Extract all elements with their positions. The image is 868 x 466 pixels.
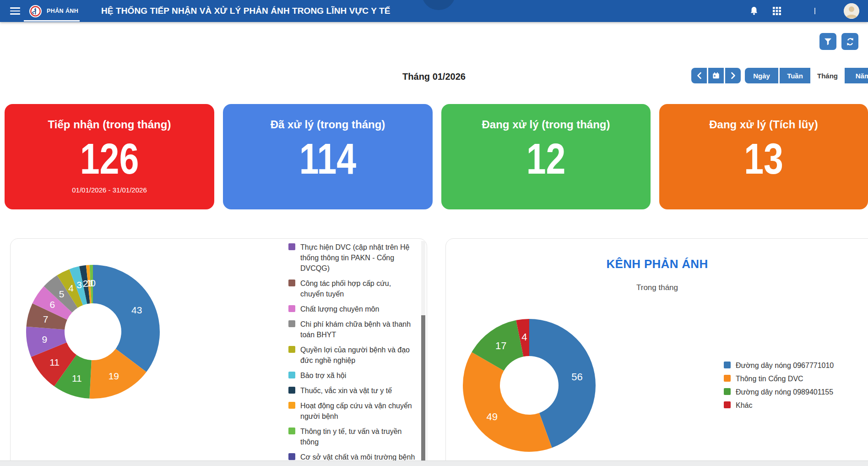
legend-item[interactable]: Thông tin Cổng DVC: [724, 373, 861, 384]
legend-item[interactable]: Chất lượng chuyên môn: [288, 304, 416, 314]
prev-period-button[interactable]: [691, 68, 707, 83]
slice-label: 49: [487, 411, 498, 422]
legend-item[interactable]: Thực hiện DVC (cập nhật trên Hệ thống th…: [288, 242, 416, 274]
chart-subtitle: Trong tháng: [446, 283, 868, 292]
legend-label: Chất lượng chuyên môn: [300, 304, 379, 314]
apps-grid-button[interactable]: [770, 4, 784, 18]
legend-label: Thực hiện DVC (cập nhật trên Hệ thống th…: [300, 242, 416, 274]
legend-swatch: [288, 243, 295, 250]
legend-label: Quyền lợi của người bệnh và đạo đức nghề…: [300, 345, 416, 366]
active-tab-underline: [24, 20, 80, 22]
legend-label: Thuốc, vắc xin và vật tư y tế: [300, 385, 392, 396]
legend-swatch: [288, 346, 295, 353]
legend-swatch: [288, 453, 295, 460]
apps-grid-icon: [772, 6, 782, 16]
legend-swatch: [724, 375, 731, 382]
slice-label: 7: [43, 314, 49, 324]
legend-swatch: [288, 305, 295, 312]
legend-label: Hoạt động cấp cứu và vận chuyển người bệ…: [300, 400, 416, 422]
next-period-button[interactable]: [725, 68, 741, 83]
channel-legend: Đường dây nóng 0967771010Thông tin Cổng …: [724, 360, 861, 413]
user-avatar[interactable]: [844, 3, 859, 19]
stat-card-processed: Đã xử lý (trong tháng) 114: [223, 104, 433, 209]
slice-label: 17: [495, 340, 506, 351]
menu-icon: [10, 7, 20, 9]
stat-card-inprogress-month: Đang xử lý (trong tháng) 12: [441, 104, 651, 209]
stat-card-subtitle: 01/01/2026 - 31/01/2026: [5, 186, 214, 194]
slice-label: 4: [68, 283, 74, 293]
menu-button[interactable]: [10, 5, 23, 17]
legend-label: Công tác phối hợp cấp cứu, chuyển tuyến: [300, 278, 416, 299]
slice-label: 5: [59, 289, 65, 299]
notifications-button[interactable]: [747, 4, 761, 18]
donut-slice[interactable]: [93, 265, 160, 372]
calendar-button[interactable]: [708, 68, 724, 83]
legend-swatch: [288, 372, 295, 378]
legend-item[interactable]: Khác: [724, 400, 861, 411]
legend-item[interactable]: Công tác phối hợp cấp cứu, chuyển tuyến: [288, 278, 416, 299]
stat-card-title: Đang xử lý (Tích lũy): [659, 118, 868, 131]
legend-item[interactable]: Đường dây nóng 0989401155: [724, 387, 861, 397]
chart-title: KÊNH PHẢN ÁNH: [446, 257, 868, 271]
refresh-button[interactable]: [841, 33, 858, 50]
legend-label: Chi phí khám chữa bệnh và thanh toán BHY…: [300, 319, 416, 340]
legend-item[interactable]: Quyền lợi của người bệnh và đạo đức nghề…: [288, 345, 416, 366]
slice-label: 11: [72, 373, 82, 384]
slice-label: 56: [571, 371, 582, 383]
app-logo-icon: [29, 5, 42, 17]
slice-label: 6: [49, 299, 55, 310]
legend-item[interactable]: Cơ sở vật chất và môi trường bệnh viện: [288, 452, 416, 461]
filter-button[interactable]: [819, 33, 836, 50]
legend-scrollbar-thumb[interactable]: [421, 315, 425, 461]
brand-label: PHẢN ÁNH: [47, 8, 78, 14]
legend-item[interactable]: Hoạt động cấp cứu và vận chuyển người bệ…: [288, 400, 416, 422]
stat-card-title: Tiếp nhận (trong tháng): [5, 118, 214, 131]
view-week-button[interactable]: Tuần: [780, 68, 810, 83]
slice-label: 0: [90, 278, 96, 288]
chevron-right-icon: [730, 72, 736, 79]
legend-swatch: [724, 362, 731, 368]
stat-card-value: 12: [460, 137, 632, 181]
legend-swatch: [288, 428, 295, 434]
legend-swatch: [288, 402, 295, 409]
legend-item[interactable]: Thông tin y tế, tư vấn và truyền thông: [288, 426, 416, 447]
legend-item[interactable]: Bảo trợ xã hội: [288, 370, 416, 381]
chevron-left-icon: [696, 72, 702, 79]
navbar-divider: [814, 8, 815, 14]
legend-swatch: [724, 401, 731, 408]
legend-label: Bảo trợ xã hội: [300, 370, 346, 381]
slice-label: 9: [42, 334, 47, 345]
slice-label: 43: [131, 305, 142, 315]
stat-card-title: Đang xử lý (trong tháng): [441, 118, 651, 131]
calendar-icon: [711, 71, 721, 80]
legend-item[interactable]: Thuốc, vắc xin và vật tư y tế: [288, 385, 416, 396]
stat-card-inprogress-total: Đang xử lý (Tích lũy) 13: [659, 104, 868, 209]
navbar: PHẢN ÁNH HỆ THỐNG TIẾP NHẬN VÀ XỬ LÝ PHẢ…: [0, 0, 868, 22]
legend-item[interactable]: Đường dây nóng 0967771010: [724, 360, 861, 371]
donut-slice[interactable]: [463, 352, 552, 452]
content-donut-chart: 431911119765432110: [23, 262, 163, 401]
stat-card-value: 126: [23, 137, 195, 181]
navbar-deco-circle: [422, 0, 456, 10]
bell-icon: [749, 5, 760, 16]
legend-label: Đường dây nóng 0989401155: [736, 387, 833, 397]
slice-label: 19: [108, 371, 119, 381]
legend-label: Cơ sở vật chất và môi trường bệnh viện: [300, 452, 416, 461]
view-month-button[interactable]: Tháng: [812, 68, 843, 83]
page-horizontal-scrollbar[interactable]: [0, 461, 868, 466]
legend-swatch: [288, 387, 295, 394]
stat-card-title: Đã xử lý (trong tháng): [223, 118, 433, 131]
view-year-button[interactable]: Năm: [845, 68, 868, 83]
funnel-icon: [824, 37, 832, 46]
view-day-button[interactable]: Ngày: [745, 68, 778, 83]
stat-card-received: Tiếp nhận (trong tháng) 126 01/01/2026 -…: [5, 104, 214, 209]
legend-swatch: [288, 320, 295, 327]
period-toolbar: Ngày Tuần Tháng Năm: [691, 68, 868, 83]
legend-scrollbar-track[interactable]: [421, 241, 425, 461]
slice-label: 11: [49, 357, 60, 367]
brand-tab[interactable]: PHẢN ÁNH: [29, 3, 78, 19]
legend-swatch: [288, 280, 295, 286]
legend-label: Thông tin y tế, tư vấn và truyền thông: [300, 426, 416, 447]
legend-item[interactable]: Chi phí khám chữa bệnh và thanh toán BHY…: [288, 319, 416, 340]
slice-label: 3: [76, 280, 82, 290]
